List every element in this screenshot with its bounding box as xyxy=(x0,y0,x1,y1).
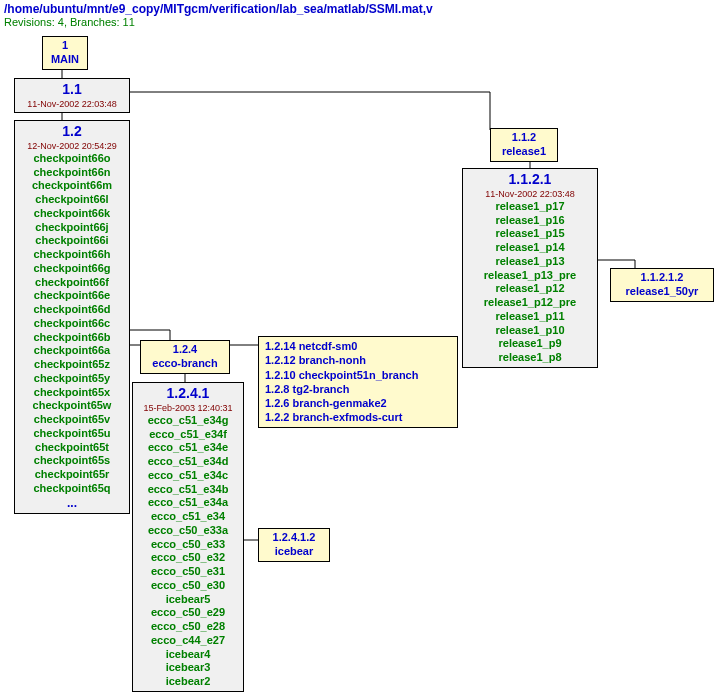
rev-1-1-num: 1.1 xyxy=(21,81,123,99)
rev-1-1-2-1-date: 11-Nov-2002 22:03:48 xyxy=(469,189,591,200)
main-num: 1 xyxy=(49,39,81,53)
rev-1-2-4-1-date: 15-Feb-2003 12:40:31 xyxy=(139,403,237,414)
release1-box[interactable]: 1.1.2 release1 xyxy=(490,128,558,162)
icebear-label: icebear xyxy=(265,545,323,559)
stats-line: Revisions: 4, Branches: 11 xyxy=(4,16,433,28)
file-path: /home/ubuntu/mnt/e9_copy/MITgcm/verifica… xyxy=(4,2,433,16)
sidebranches-box[interactable]: 1.2.14 netcdf-sm01.2.12 branch-nonh1.2.1… xyxy=(258,336,458,428)
rev-1-2-4-1[interactable]: 1.2.4.1 15-Feb-2003 12:40:31 ecco_c51_e3… xyxy=(132,382,244,692)
rev-1-2-4-1-num: 1.2.4.1 xyxy=(139,385,237,403)
rev-1-1-2-1[interactable]: 1.1.2.1 11-Nov-2002 22:03:48 release1_p1… xyxy=(462,168,598,368)
icebear-num: 1.2.4.1.2 xyxy=(265,531,323,545)
icebear-box[interactable]: 1.2.4.1.2 icebear xyxy=(258,528,330,562)
release1-50yr-num: 1.1.2.1.2 xyxy=(617,271,707,285)
rev-1-2-ellipsis: ... xyxy=(21,496,123,511)
rev-1-1[interactable]: 1.1 11-Nov-2002 22:03:48 xyxy=(14,78,130,113)
rev-1-2-num: 1.2 xyxy=(21,123,123,141)
header: /home/ubuntu/mnt/e9_copy/MITgcm/verifica… xyxy=(4,2,433,28)
main-label: MAIN xyxy=(49,53,81,67)
rev-1-2-date: 12-Nov-2002 20:54:29 xyxy=(21,141,123,152)
release1-50yr-label: release1_50yr xyxy=(617,285,707,299)
rev-1-1-2-1-tags: release1_p17release1_p16release1_p15rele… xyxy=(469,200,591,365)
release1-label: release1 xyxy=(497,145,551,159)
rev-1-1-date: 11-Nov-2002 22:03:48 xyxy=(21,99,123,110)
rev-1-1-2-1-num: 1.1.2.1 xyxy=(469,171,591,189)
main-box[interactable]: 1 MAIN xyxy=(42,36,88,70)
rev-1-2[interactable]: 1.2 12-Nov-2002 20:54:29 checkpoint66och… xyxy=(14,120,130,514)
release1-num: 1.1.2 xyxy=(497,131,551,145)
ecco-branch-num: 1.2.4 xyxy=(147,343,223,357)
release1-50yr-box[interactable]: 1.1.2.1.2 release1_50yr xyxy=(610,268,714,302)
ecco-branch-box[interactable]: 1.2.4 ecco-branch xyxy=(140,340,230,374)
rev-1-2-4-1-tags: ecco_c51_e34gecco_c51_e34fecco_c51_e34ee… xyxy=(139,414,237,689)
ecco-branch-label: ecco-branch xyxy=(147,357,223,371)
sidebranches-list: 1.2.14 netcdf-sm01.2.12 branch-nonh1.2.1… xyxy=(265,339,451,425)
rev-1-2-tags: checkpoint66ocheckpoint66ncheckpoint66mc… xyxy=(21,152,123,496)
